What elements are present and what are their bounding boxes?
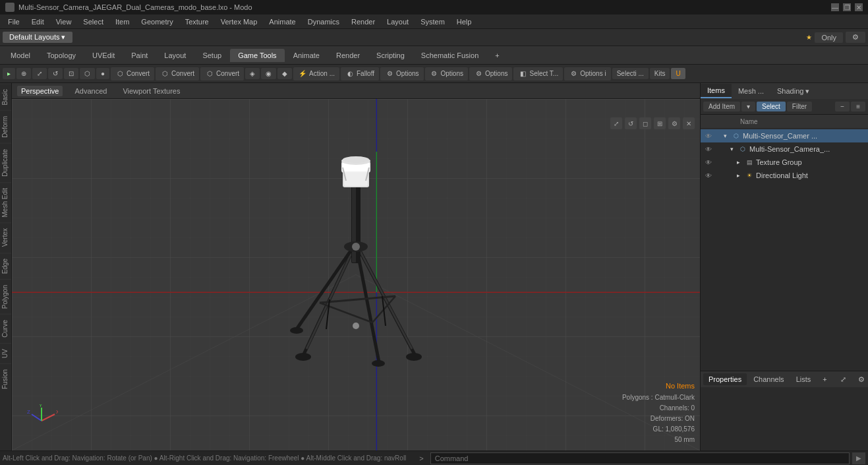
sidebar-tab-polygon[interactable]: Polygon [0,279,11,314]
tree-row-0[interactable]: 👁 ▾ ⬡ Multi-Sensor_Camer ... [701,129,868,142]
window-controls[interactable]: — ❐ ✕ [831,3,863,11]
eye-icon-0[interactable]: 👁 [703,131,714,141]
tool-icon-9[interactable]: ◉ [261,68,276,79]
viewport-tab-advanced[interactable]: Advanced [71,86,111,96]
falloff-button[interactable]: ◐ Falloff [341,67,379,80]
tab-topology[interactable]: Topology [39,49,84,62]
viewport-tab-textures[interactable]: Viewport Textures [119,86,184,96]
tree-row-1[interactable]: 👁 ▾ ⬡ Multi-Sensor_Camera_... [701,142,868,156]
tool-icon-7[interactable]: ● [96,68,109,79]
items-tab-items[interactable]: Items [701,84,732,98]
tool-icon-10[interactable]: ◆ [277,68,292,79]
viewport-ctrl-1[interactable]: ⤢ [610,117,622,129]
tool-icon-2[interactable]: ⊕ [16,68,31,79]
kits-button[interactable]: Kits [650,68,670,79]
filter-button[interactable]: Filter [787,102,812,111]
settings-button[interactable]: ⚙ [846,32,865,43]
tree-row-3[interactable]: 👁 ▸ ☀ Directional Light [701,169,868,182]
viewport-canvas[interactable]: No Items Polygons : Catmull-Clark Channe… [12,99,700,450]
menu-select[interactable]: Select [78,16,109,27]
tab-properties[interactable]: Properties [703,373,747,385]
minimize-button[interactable]: — [831,3,839,11]
expand-icon-3[interactable]: ▸ [734,171,743,180]
tab-lists[interactable]: Lists [791,373,817,385]
tool-icon-1[interactable]: ▸ [3,68,15,79]
sidebar-tab-edge[interactable]: Edge [0,253,11,279]
tab-animate[interactable]: Animate [285,49,328,62]
viewport-ctrl-6[interactable]: ✕ [683,117,695,129]
select-t-button[interactable]: ◧ Select T... [513,67,563,80]
items-panel-filter-icon[interactable]: ≡ [851,102,865,111]
viewport-ctrl-3[interactable]: ◻ [639,117,651,129]
expand-props[interactable]: ⤢ [835,373,852,386]
menu-view[interactable]: View [51,16,77,27]
items-tab-mesh[interactable]: Mesh ... [732,84,770,98]
tab-game-tools[interactable]: Game Tools [230,49,285,62]
options-i-button[interactable]: ⚙ Options i [564,67,610,80]
add-item-dropdown[interactable]: ▾ [741,102,755,111]
tool-icon-3[interactable]: ⤢ [32,68,47,79]
items-tab-shading[interactable]: Shading ▾ [770,84,816,98]
command-input[interactable] [430,452,850,464]
expand-icon-1[interactable]: ▾ [727,144,736,154]
close-button[interactable]: ✕ [855,3,863,11]
menu-item[interactable]: Item [110,16,134,27]
tool-icon-6[interactable]: ⬡ [80,68,95,79]
command-submit-button[interactable]: ▶ [852,452,865,464]
convert-button-3[interactable]: ⬡ Convert [200,67,244,80]
viewport-ctrl-5[interactable]: ⚙ [668,117,680,129]
menu-edit[interactable]: Edit [26,16,49,27]
menu-texture[interactable]: Texture [180,16,214,27]
menu-dynamics[interactable]: Dynamics [303,16,345,27]
tab-layout[interactable]: Layout [156,49,194,62]
selecti-button[interactable]: Selecti ... [612,68,649,79]
convert-button-2[interactable]: ⬡ Convert [156,67,199,80]
select-button[interactable]: Select [757,102,786,111]
options-button-2[interactable]: ⚙ Options [425,67,468,80]
menu-vertex-map[interactable]: Vertex Map [216,16,263,27]
tool-icon-5[interactable]: ⊡ [64,68,78,79]
convert-button-1[interactable]: ⬡ Convert [111,67,154,80]
sidebar-tab-uv[interactable]: UV [0,343,11,363]
tab-channels[interactable]: Channels [748,373,789,385]
unreal-icon-btn[interactable]: U [671,68,685,79]
tab-paint[interactable]: Paint [123,49,156,62]
only-button[interactable]: Only [815,32,843,43]
tool-icon-4[interactable]: ↺ [48,68,63,79]
tool-icon-8[interactable]: ◈ [245,68,260,79]
menu-render[interactable]: Render [346,16,380,27]
expand-icon-2[interactable]: ▸ [734,158,743,167]
sidebar-tab-curve[interactable]: Curve [0,314,11,343]
sidebar-tab-fusion[interactable]: Fusion [0,363,11,394]
maximize-button[interactable]: ❐ [843,3,851,11]
viewport-ctrl-2[interactable]: ↺ [625,117,637,129]
eye-icon-2[interactable]: 👁 [703,157,714,168]
viewport-tab-perspective[interactable]: Perspective [17,86,63,96]
sidebar-tab-vertex[interactable]: Vertex [0,222,11,252]
default-layouts-button[interactable]: Default Layouts ▾ [3,32,72,43]
tab-setup[interactable]: Setup [194,49,229,62]
sidebar-tab-basic[interactable]: Basic [0,83,11,110]
menu-file[interactable]: File [3,16,25,27]
options-button-1[interactable]: ⚙ Options [380,67,423,80]
menu-system[interactable]: System [415,16,450,27]
tab-plus[interactable]: + [817,373,832,385]
eye-icon-3[interactable]: 👁 [703,170,714,181]
options-button-3[interactable]: ⚙ Options [469,67,512,80]
tab-model[interactable]: Model [3,49,38,62]
sidebar-tab-deform[interactable]: Deform [0,110,11,143]
action-button[interactable]: ⚡ Action ... [293,67,339,80]
sidebar-tab-mesh-edit[interactable]: Mesh Edit [0,182,11,222]
tab-uvedit[interactable]: UVEdit [84,49,123,62]
status-arrow[interactable]: > [415,454,427,462]
add-item-button[interactable]: Add Item [703,102,740,111]
viewport[interactable]: Perspective Advanced Viewport Textures [12,83,700,450]
tree-row-2[interactable]: 👁 ▸ ▤ Texture Group [701,156,868,169]
viewport-ctrl-4[interactable]: ⊞ [654,117,666,129]
menu-animate[interactable]: Animate [264,16,301,27]
sidebar-tab-duplicate[interactable]: Duplicate [0,143,11,182]
tab-render[interactable]: Render [328,49,368,62]
expand-icon-0[interactable]: ▾ [720,131,730,140]
eye-icon-1[interactable]: 👁 [703,144,714,154]
props-settings[interactable]: ⚙ [853,373,868,386]
